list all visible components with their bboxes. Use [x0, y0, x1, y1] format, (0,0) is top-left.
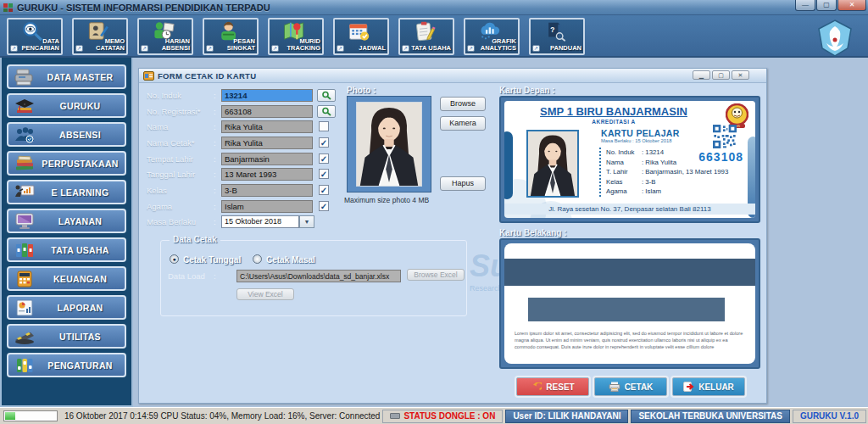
sidebar-item-keuangan[interactable]: KEUANGAN [7, 266, 126, 291]
help-book-icon: ? [542, 20, 568, 42]
no-induk-input[interactable]: 13214 [221, 89, 313, 102]
tut-wuri-handayani-logo [817, 20, 853, 57]
sidebar-item-pengaturan[interactable]: PENGATURAN [7, 353, 126, 377]
dongle-status: STATUS DONGLE : ON [382, 410, 503, 423]
sidebar-item-utilitas[interactable]: UTILITAS [7, 324, 126, 349]
main-toolbar: DATA PENCARIAN ↗ MEMO CATATAN ↗ HARIAN A… [0, 15, 868, 58]
sidebar-item-laporan[interactable]: LAPORAN [7, 295, 126, 320]
settings-icon [14, 356, 36, 375]
card-validity: Masa Berlaku : 15 Oktober 2018 [601, 138, 671, 143]
toolbar-panduan[interactable]: ? PANDUAN ↗ [529, 18, 585, 55]
toolbar-murid-tracking[interactable]: MURID TRACKING ↗ [268, 18, 324, 55]
toolbar-pesan-singkat[interactable]: PESAN SINGKAT ↗ [203, 18, 259, 55]
field-label: Nama Cetak* [147, 138, 213, 148]
hapus-button[interactable]: Hapus [440, 176, 486, 191]
search-no-registrasi-button[interactable] [317, 105, 336, 118]
sidebar: DATA MASTER GURUKU ABSENSI PERPUSTAKAAN … [0, 58, 133, 407]
calendar-check-icon [347, 20, 372, 42]
browse-button[interactable]: Browse [440, 97, 486, 111]
keluar-button[interactable]: KELUAR [672, 377, 745, 396]
tempat-lahir-input[interactable]: Banjarmasin [221, 153, 313, 165]
calculator-icon [14, 270, 36, 288]
cetak-tunggal-radio[interactable]: ● [170, 254, 179, 264]
nama-cetak-checkbox[interactable]: ✓ [319, 137, 329, 148]
cetak-button[interactable]: CETAK [594, 377, 667, 396]
card-front-label: Kartu Depan : [499, 86, 555, 95]
qr-code [713, 125, 737, 148]
field-label: Agama [147, 202, 213, 211]
people-icon [14, 126, 36, 144]
presentation-icon [14, 183, 36, 202]
printer-icon [609, 382, 620, 392]
undo-icon [531, 382, 542, 392]
shortcut-icon: ↗ [467, 45, 475, 52]
cetak-tunggal-label: Cetak Tunggal [183, 255, 241, 265]
photo-label: Photo : [347, 86, 376, 95]
magnifier-icon [321, 107, 332, 116]
agama-checkbox[interactable]: ✓ [319, 201, 329, 211]
report-icon [14, 298, 36, 317]
toolbar-data-pencarian[interactable]: DATA PENCARIAN ↗ [7, 18, 63, 55]
tanggal-lahir-checkbox[interactable]: ✓ [319, 169, 329, 179]
form-close-button[interactable]: ✕ [732, 70, 749, 80]
browse-excel-button[interactable]: Browse Excel [407, 269, 465, 281]
school-name-badge: SEKOLAH TERBUKA UNIVERSITAS [631, 410, 789, 423]
sidebar-item-absensi[interactable]: ABSENSI [7, 122, 126, 147]
nama-checkbox[interactable] [319, 121, 329, 131]
signature-band [528, 298, 725, 321]
form-title-bar: FORM CETAK ID KARTU ▁ ▢ ✕ [139, 69, 766, 83]
sidebar-item-perpustakaan[interactable]: PERPUSTAKAAN [7, 151, 126, 176]
card-type: KARTU PELAJAR [601, 128, 680, 138]
shortcut-icon: ↗ [141, 45, 148, 52]
sidebar-item-layanan[interactable]: LAYANAN [7, 209, 126, 233]
date-dropdown-button[interactable]: ▼ [299, 215, 314, 228]
form-minimize-button[interactable]: ▁ [693, 70, 710, 80]
sidebar-item-data-master[interactable]: DATA MASTER [7, 64, 126, 89]
card-front-preview: SMP 1 BIRU BANJARMASIN AKREDITASI A ASIN [499, 96, 760, 223]
field-label: Tanggal Lahir [147, 170, 213, 179]
maximize-button[interactable]: ▢ [816, 0, 837, 11]
no-registrasi-input[interactable]: 663108 [221, 105, 313, 118]
sidebar-item-guruku[interactable]: GURUKU [7, 93, 126, 118]
card-address: Jl. Raya sesetan No. 37, Denpasar selata… [504, 204, 755, 215]
form-maximize-button[interactable]: ▢ [712, 70, 730, 80]
id-card-icon [143, 71, 154, 81]
clipboard-pencil-icon [412, 20, 437, 42]
toolbar-grafik-analytics[interactable]: GRAFIK ANALYTICS ↗ [464, 18, 520, 55]
sidebar-item-tata-usaha[interactable]: TATA USAHA [7, 237, 126, 262]
toolbar-memo-catatan[interactable]: MEMO CATATAN ↗ [72, 18, 128, 55]
app-version: GURUKU V.1.0 [793, 410, 866, 423]
search-no-induk-button[interactable] [317, 89, 336, 102]
close-button[interactable]: ✕ [837, 0, 866, 11]
agama-input[interactable]: Islam [221, 200, 313, 213]
kelas-input[interactable]: 3-B [221, 184, 313, 197]
reset-button[interactable]: RESET [516, 377, 589, 396]
books-icon [14, 154, 36, 173]
app-window: GURUKU - SISTEM INFORMARSI PENDIDIKAN TE… [0, 0, 868, 424]
field-label: Tempat Lahir [147, 154, 213, 164]
kamera-button[interactable]: Kamera [440, 116, 486, 131]
magnifier-icon [321, 91, 332, 100]
graduation-icon [14, 97, 36, 115]
view-excel-button[interactable]: View Excel [236, 288, 294, 300]
nama-cetak-input[interactable]: Rika Yulita [221, 137, 313, 149]
minimize-button[interactable]: — [795, 0, 815, 11]
photo-size-note: Maximum size photo 4 MB [344, 196, 429, 204]
kelas-checkbox[interactable]: ✓ [319, 185, 329, 195]
data-load-path-input[interactable]: C:\Users\Asus\Downloads\data_sd_banjar.x… [236, 270, 401, 282]
toolbar-tata-usaha[interactable]: TATA USAHA ↗ [398, 18, 454, 55]
tempat-lahir-checkbox[interactable]: ✓ [319, 153, 329, 164]
toolbar-harian-absensi[interactable]: HARIAN ABSENSI ↗ [137, 18, 193, 55]
tanggal-lahir-input[interactable]: 13 Maret 1993 [221, 168, 313, 181]
masa-berlaku-date-input[interactable]: 15 Oktober 2018 [221, 215, 299, 228]
shortcut-icon: ↗ [532, 45, 540, 52]
magnetic-stripe [504, 259, 755, 286]
toolbar-jadwal[interactable]: JADWAL ↗ [333, 18, 389, 55]
shortcut-icon: ↗ [337, 45, 344, 52]
field-label: Masa Berlaku [147, 217, 213, 226]
cetak-masal-radio[interactable] [253, 254, 262, 264]
user-id-badge: User ID: LILIK HANDAYANI [505, 410, 628, 423]
sidebar-item-e-learning[interactable]: E LEARNING [7, 180, 126, 204]
nama-input[interactable]: Rika Yulita [221, 120, 313, 133]
exit-icon [683, 382, 694, 392]
